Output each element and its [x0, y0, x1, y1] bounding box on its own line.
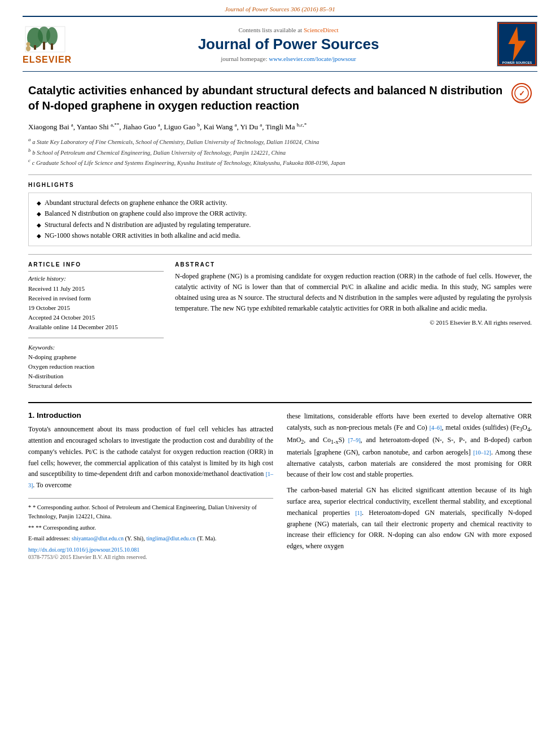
- body-para-2: these limitations, considerable efforts …: [287, 411, 532, 480]
- keyword-2: Oxygen reduction reaction: [28, 362, 164, 372]
- affiliation-c: c c Graduate School of Life Science and …: [28, 157, 532, 168]
- svg-point-7: [27, 42, 30, 46]
- sciencedirect-line: Contents lists available at ScienceDirec…: [90, 27, 487, 33]
- history-item-4: Accepted 24 October 2015: [28, 313, 164, 322]
- keyword-3: N-distribution: [28, 372, 164, 381]
- abstract-copyright: © 2015 Elsevier B.V. All rights reserved…: [175, 319, 532, 326]
- affiliation-b: b b School of Petroleum and Chemical Eng…: [28, 147, 532, 158]
- svg-text:POWER SOURCES: POWER SOURCES: [502, 61, 532, 64]
- page-wrapper: Journal of Power Sources 306 (2016) 85–9…: [0, 0, 560, 747]
- section-divider-2: [28, 254, 532, 255]
- section-divider-1: [28, 174, 532, 175]
- history-item-5: Available online 14 December 2015: [28, 322, 164, 332]
- keywords-label: Keywords:: [28, 344, 164, 351]
- two-col-info-abstract: ARTICLE INFO Article history: Received 1…: [28, 261, 532, 391]
- ref-7-9[interactable]: [7–9]: [348, 437, 361, 443]
- ref-1-3[interactable]: [1–3]: [28, 471, 273, 488]
- body-section: 1. Introduction Toyota's announcement ab…: [28, 402, 532, 560]
- journal-title-block: Contents lists available at ScienceDirec…: [85, 27, 492, 62]
- journal-logo-box: POWER SOURCES: [492, 21, 537, 67]
- ref-10-12[interactable]: [10–12]: [473, 449, 491, 456]
- journal-homepage-link[interactable]: www.elsevier.com/locate/jpowsour: [269, 55, 356, 62]
- body-para-3: The carbon-based material GN has elicite…: [287, 485, 532, 552]
- history-item-3: 19 October 2015: [28, 303, 164, 313]
- contents-label: Contents lists available at: [238, 27, 302, 33]
- footnote-email: E-mail addresses: shiyantao@dlut.edu.cn …: [28, 534, 273, 543]
- issn-line: 0378-7753/© 2015 Elsevier B.V. All right…: [28, 554, 273, 560]
- body-para-1: Toyota's announcement about its mass pro…: [28, 424, 273, 491]
- two-col-body: 1. Introduction Toyota's announcement ab…: [28, 411, 532, 560]
- history-label: Article history:: [28, 275, 164, 282]
- abstract-col: ABSTRACT N-doped graphene (NG) is a prom…: [175, 261, 532, 391]
- keyword-4: Structural defects: [28, 381, 164, 391]
- journal-logo-image: POWER SOURCES: [497, 21, 537, 67]
- highlights-section: HIGHLIGHTS ◆ Abundant structural defects…: [28, 182, 532, 246]
- doi-line: http://dx.doi.org/10.1016/j.jpowsour.201…: [28, 547, 273, 553]
- svg-rect-5: [43, 42, 45, 50]
- article-title-section: Catalytic activities enhanced by abundan…: [28, 83, 532, 113]
- journal-citation: Journal of Power Sources 306 (2016) 85–9…: [225, 6, 335, 12]
- highlight-item-3: ◆ Structural defects and N distribution …: [37, 220, 523, 230]
- ref-4-6[interactable]: [4–6]: [430, 425, 442, 431]
- highlight-item-1: ◆ Abundant structural defects on graphen…: [37, 198, 523, 208]
- history-item-1: Received 11 July 2015: [28, 284, 164, 294]
- highlight-item-2: ◆ Balanced N distribution on graphene co…: [37, 208, 523, 219]
- affiliation-a: a a State Key Laboratory of Fine Chemica…: [28, 136, 532, 147]
- highlight-item-4: ◆ NG-1000 shows notable ORR activities i…: [37, 230, 523, 241]
- abstract-label: ABSTRACT: [175, 261, 532, 268]
- abstract-text: N-doped graphene (NG) is a promising can…: [175, 271, 532, 314]
- footnote-email-link-2[interactable]: tinglima@dlut.edu.cn: [146, 535, 195, 541]
- info-divider: [28, 271, 164, 272]
- footnote-star: * * Corresponding author. School of Petr…: [28, 503, 273, 522]
- bullet-icon-3: ◆: [37, 221, 41, 230]
- bullet-icon-1: ◆: [37, 199, 41, 208]
- journal-header: Journal of Power Sources 306 (2016) 85–9…: [0, 0, 560, 72]
- highlights-label: HIGHLIGHTS: [28, 182, 532, 188]
- crossmark-badge-icon: ✓ CrossMark: [511, 83, 532, 103]
- elsevier-logo: ELSEVIER: [23, 24, 85, 65]
- body-col-left: 1. Introduction Toyota's announcement ab…: [28, 411, 273, 560]
- bullet-icon-2: ◆: [37, 209, 41, 219]
- intro-heading: 1. Introduction: [28, 411, 273, 420]
- svg-text:✓: ✓: [519, 89, 525, 98]
- homepage-label: journal homepage:: [221, 55, 267, 62]
- elsevier-tree-icon: [23, 24, 68, 55]
- history-item-2: Received in revised form: [28, 294, 164, 303]
- footnotes-area: * * Corresponding author. School of Petr…: [28, 498, 273, 560]
- highlights-box: ◆ Abundant structural defects on graphen…: [28, 193, 532, 246]
- authors-line: Xiaogong Bai a, Yantao Shi a,**, Jiahao …: [28, 121, 532, 133]
- journal-logo-svg: POWER SOURCES: [497, 21, 537, 67]
- article-content: Catalytic activities enhanced by abundan…: [0, 72, 560, 571]
- footnote-double-star: ** ** Corresponding author.: [28, 523, 273, 532]
- bullet-icon-4: ◆: [37, 231, 41, 241]
- svg-point-8: [26, 46, 30, 51]
- article-title: Catalytic activities enhanced by abundan…: [28, 83, 505, 113]
- keywords-section: Keywords: N-doping graphene Oxygen reduc…: [28, 344, 164, 391]
- article-info-col: ARTICLE INFO Article history: Received 1…: [28, 261, 164, 391]
- svg-rect-4: [34, 45, 36, 50]
- doi-link[interactable]: http://dx.doi.org/10.1016/j.jpowsour.201…: [28, 547, 139, 553]
- ref-1b[interactable]: [1]: [355, 510, 362, 516]
- header-row: ELSEVIER Contents lists available at Sci…: [23, 16, 537, 72]
- keyword-1: N-doping graphene: [28, 352, 164, 362]
- elsevier-wordmark: ELSEVIER: [23, 55, 72, 65]
- footnote-email-link[interactable]: shiyantao@dlut.edu.cn: [72, 535, 124, 541]
- affiliations: a a State Key Laboratory of Fine Chemica…: [28, 136, 532, 168]
- journal-main-title: Journal of Power Sources: [90, 36, 487, 53]
- keywords-divider: [28, 338, 164, 338]
- journal-homepage-line: journal homepage: www.elsevier.com/locat…: [90, 55, 487, 62]
- sciencedirect-link[interactable]: ScienceDirect: [304, 27, 339, 33]
- article-info-label: ARTICLE INFO: [28, 261, 164, 268]
- svg-point-3: [46, 27, 58, 45]
- svg-rect-6: [51, 43, 53, 50]
- svg-text:CrossMark: CrossMark: [516, 99, 527, 102]
- body-col-right: these limitations, considerable efforts …: [287, 411, 532, 560]
